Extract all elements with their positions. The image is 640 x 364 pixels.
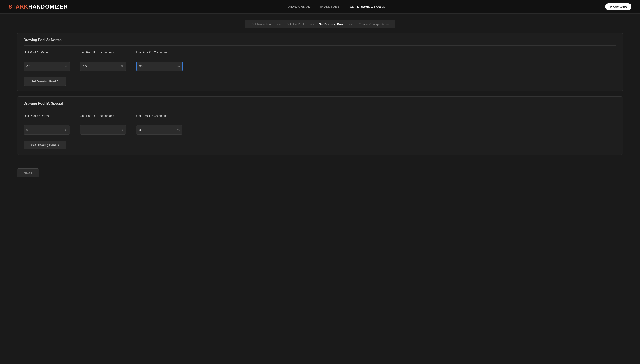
- pool-a-divider: [24, 45, 616, 46]
- nav-set-drawing-pools[interactable]: SET DRAWING POOLS: [350, 5, 386, 8]
- pool-a-rares-input-wrapper: %: [24, 62, 70, 71]
- pool-a-field-rares: Unit Pool A : Rares %: [24, 50, 70, 71]
- pool-b-rares-input-wrapper: %: [24, 125, 70, 134]
- logo-randomizer: RANDOMIZER: [28, 4, 68, 10]
- breadcrumb-sep-2: >>>: [308, 23, 315, 26]
- nav-inventory[interactable]: INVENTORY: [320, 5, 340, 8]
- pool-a-commons-suffix: %: [177, 65, 180, 68]
- breadcrumb-sep-1: >>>: [276, 23, 282, 26]
- pool-a-fields: Unit Pool A : Rares % Unit Pool B : Unco…: [24, 50, 616, 71]
- breadcrumb-sep-3: >>>: [348, 23, 354, 26]
- pool-b-commons-input-wrapper: %: [136, 125, 182, 134]
- pool-b-uncommons-suffix: %: [121, 128, 123, 132]
- pool-b-title: Drawing Pool B: Special: [24, 102, 616, 106]
- pool-a-commons-input[interactable]: [139, 65, 176, 68]
- pool-b-commons-label: Unit Pool C : Commons: [136, 114, 182, 123]
- pool-a-uncommons-input-wrapper: %: [80, 62, 126, 71]
- breadcrumb-set-drawing-pool[interactable]: Set Drawing Pool: [315, 20, 348, 28]
- pool-a-rares-suffix: %: [65, 65, 67, 68]
- pool-b-field-rares: Unit Pool A : Rares %: [24, 114, 70, 134]
- pool-b-divider: [24, 109, 616, 109]
- pool-b-uncommons-label: Unit Pool B : Uncommons: [80, 114, 126, 123]
- pool-a-field-commons: Unit Pool C : Commons %: [136, 50, 183, 71]
- pool-b-field-uncommons: Unit Pool B : Uncommons %: [80, 114, 126, 134]
- logo: STARKRANDOMIZER: [9, 4, 68, 10]
- breadcrumb-current-configs[interactable]: Current Configurations: [354, 20, 393, 28]
- wallet-button[interactable]: 0×737c...359c: [605, 4, 631, 10]
- pool-a-commons-input-wrapper: %: [136, 62, 183, 71]
- nav-draw-cards[interactable]: DRAW CARDS: [287, 5, 310, 8]
- pool-a-commons-label: Unit Pool C : Commons: [136, 50, 183, 59]
- pool-b-rares-label: Unit Pool A : Rares: [24, 114, 70, 123]
- pool-a-uncommons-suffix: %: [121, 65, 123, 68]
- set-drawing-pool-b-button[interactable]: Set Drawing Pool B: [24, 140, 66, 150]
- pool-b-field-commons: Unit Pool C : Commons %: [136, 114, 182, 134]
- main-content: Drawing Pool A: Normal Unit Pool A : Rar…: [0, 33, 640, 168]
- pool-a-uncommons-label: Unit Pool B : Uncommons: [80, 50, 126, 59]
- pool-a-uncommons-input[interactable]: [83, 65, 120, 68]
- pool-a-card: Drawing Pool A: Normal Unit Pool A : Rar…: [17, 33, 623, 91]
- logo-stark: STARK: [9, 4, 28, 10]
- pool-a-rares-label: Unit Pool A : Rares: [24, 50, 70, 59]
- breadcrumb-container: Set Token Pool >>> Set Unit Pool >>> Set…: [0, 20, 640, 28]
- pool-b-rares-suffix: %: [65, 128, 67, 132]
- breadcrumb-set-token-pool[interactable]: Set Token Pool: [247, 20, 276, 28]
- pool-b-rares-input[interactable]: [26, 128, 64, 132]
- main-nav: DRAW CARDS INVENTORY SET DRAWING POOLS: [287, 5, 385, 8]
- breadcrumb: Set Token Pool >>> Set Unit Pool >>> Set…: [245, 20, 395, 28]
- pool-b-uncommons-input[interactable]: [83, 128, 120, 132]
- pool-b-fields: Unit Pool A : Rares % Unit Pool B : Unco…: [24, 114, 616, 134]
- pool-a-field-uncommons: Unit Pool B : Uncommons %: [80, 50, 126, 71]
- next-button[interactable]: NEXT: [17, 168, 39, 177]
- pool-a-rares-input[interactable]: [26, 65, 64, 68]
- pool-b-uncommons-input-wrapper: %: [80, 125, 126, 134]
- pool-b-card: Drawing Pool B: Special Unit Pool A : Ra…: [17, 96, 623, 155]
- pool-b-commons-suffix: %: [177, 128, 180, 132]
- pool-a-title: Drawing Pool A: Normal: [24, 38, 616, 42]
- set-drawing-pool-a-button[interactable]: Set Drawing Pool A: [24, 77, 66, 86]
- pool-b-commons-input[interactable]: [139, 128, 176, 132]
- bottom-bar: NEXT: [0, 168, 640, 177]
- breadcrumb-set-unit-pool[interactable]: Set Unit Pool: [282, 20, 308, 28]
